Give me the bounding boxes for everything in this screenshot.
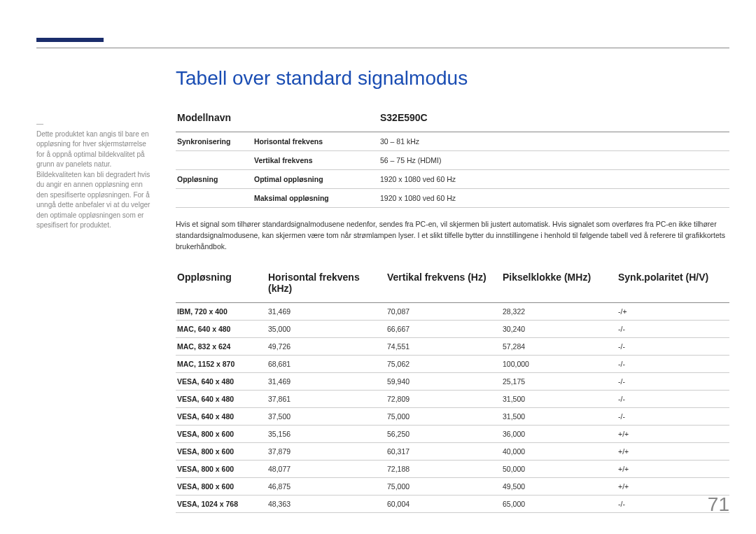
signal-row: IBM, 720 x 40031,46970,08728,322-/+: [176, 303, 729, 321]
signal-vfreq: 75,062: [386, 356, 501, 373]
signal-row: VESA, 800 x 60037,87960,31740,000+/+: [176, 443, 729, 461]
description-paragraph: Hvis et signal som tilhører standardsign…: [176, 219, 729, 252]
signal-resolution: VESA, 800 x 600: [176, 461, 267, 478]
signal-row: MAC, 640 x 48035,00066,66730,240-/-: [176, 321, 729, 338]
spec-group: [176, 151, 253, 170]
signal-syncpolarity: -/-: [617, 356, 729, 373]
signal-vfreq: 56,250: [386, 426, 501, 443]
signal-resolution: MAC, 832 x 624: [176, 338, 267, 356]
signal-resolution: VESA, 800 x 600: [176, 443, 267, 461]
signal-syncpolarity: -/-: [617, 391, 729, 408]
signal-resolution: IBM, 720 x 400: [176, 303, 267, 321]
signal-pixelclock: 49,500: [501, 478, 617, 496]
signal-pixelclock: 31,500: [501, 391, 617, 408]
signal-hfreq: 37,500: [267, 408, 386, 426]
spec-row: Oppløsning Optimal oppløsning 1920 x 108…: [176, 170, 729, 189]
signal-pixelclock: 36,000: [501, 426, 617, 443]
signal-hfreq: 48,363: [267, 496, 386, 513]
signal-pixelclock: 31,500: [501, 408, 617, 426]
spec-group: Synkronisering: [176, 132, 253, 151]
signal-hfreq: 35,000: [267, 321, 386, 338]
signal-vfreq: 66,667: [386, 321, 501, 338]
spec-label: Maksimal oppløsning: [253, 189, 379, 208]
signal-row: VESA, 640 x 48031,46959,94025,175-/-: [176, 373, 729, 391]
page-title: Tabell over standard signalmodus: [176, 67, 468, 90]
spec-label: Vertikal frekvens: [253, 151, 379, 170]
signal-row: VESA, 800 x 60046,87575,00049,500+/+: [176, 478, 729, 496]
spec-group: Oppløsning: [176, 170, 253, 189]
spec-row: Maksimal oppløsning 1920 x 1080 ved 60 H…: [176, 189, 729, 208]
spec-label: Horisontal frekvens: [253, 132, 379, 151]
signal-syncpolarity: -/-: [617, 321, 729, 338]
page-number: 71: [708, 493, 729, 516]
signal-vfreq: 70,087: [386, 303, 501, 321]
signal-row: VESA, 640 x 48037,86172,80931,500-/-: [176, 391, 729, 408]
signal-resolution: VESA, 640 x 480: [176, 373, 267, 391]
header-accent-bar: [36, 38, 104, 42]
signal-hfreq: 35,156: [267, 426, 386, 443]
signal-syncpolarity: +/+: [617, 443, 729, 461]
signal-resolution: VESA, 1024 x 768: [176, 496, 267, 513]
signal-row: VESA, 800 x 60048,07772,18850,000+/+: [176, 461, 729, 478]
signal-syncpolarity: -/-: [617, 373, 729, 391]
signal-resolution: VESA, 800 x 600: [176, 426, 267, 443]
signal-resolution: VESA, 640 x 480: [176, 391, 267, 408]
spec-value: 30 – 81 kHz: [379, 132, 729, 151]
signal-pixelclock: 65,000: [501, 496, 617, 513]
signal-syncpolarity: +/+: [617, 426, 729, 443]
signal-hfreq: 49,726: [267, 338, 386, 356]
signal-vfreq: 60,317: [386, 443, 501, 461]
top-divider: [36, 48, 729, 48]
signal-header-pixelclock: Pikselklokke (MHz): [501, 265, 617, 303]
page-container: Tabell over standard signalmodus ― Dette…: [0, 0, 756, 534]
signal-hfreq: 48,077: [267, 461, 386, 478]
signal-vfreq: 75,000: [386, 478, 501, 496]
signal-vfreq: 59,940: [386, 373, 501, 391]
signal-hfreq: 46,875: [267, 478, 386, 496]
signal-resolution: MAC, 1152 x 870: [176, 356, 267, 373]
signal-syncpolarity: -/-: [617, 338, 729, 356]
side-note: ― Dette produktet kan angis til bare en …: [36, 119, 164, 231]
signal-pixelclock: 30,240: [501, 321, 617, 338]
sidenote-dash: ―: [36, 119, 43, 129]
spec-value: 1920 x 1080 ved 60 Hz: [379, 170, 729, 189]
signal-row: MAC, 1152 x 87068,68175,062100,000-/-: [176, 356, 729, 373]
spec-row: Synkronisering Horisontal frekvens 30 – …: [176, 132, 729, 151]
signal-pixelclock: 50,000: [501, 461, 617, 478]
signal-hfreq: 68,681: [267, 356, 386, 373]
signal-resolution: VESA, 640 x 480: [176, 408, 267, 426]
signal-pixelclock: 100,000: [501, 356, 617, 373]
signal-pixelclock: 25,175: [501, 373, 617, 391]
spec-header-modelname: Modellnavn: [176, 105, 379, 132]
signal-mode-table: Oppløsning Horisontal frekvens (kHz) Ver…: [176, 265, 729, 513]
spec-label: Optimal oppløsning: [253, 170, 379, 189]
signal-header-resolution: Oppløsning: [176, 265, 267, 303]
signal-pixelclock: 40,000: [501, 443, 617, 461]
signal-header-vfreq: Vertikal frekvens (Hz): [386, 265, 501, 303]
spec-value: 1920 x 1080 ved 60 Hz: [379, 189, 729, 208]
signal-resolution: VESA, 800 x 600: [176, 478, 267, 496]
signal-pixelclock: 28,322: [501, 303, 617, 321]
signal-syncpolarity: +/+: [617, 478, 729, 496]
signal-vfreq: 60,004: [386, 496, 501, 513]
signal-row: VESA, 640 x 48037,50075,00031,500-/-: [176, 408, 729, 426]
signal-row: VESA, 800 x 60035,15656,25036,000+/+: [176, 426, 729, 443]
signal-vfreq: 72,809: [386, 391, 501, 408]
signal-hfreq: 37,861: [267, 391, 386, 408]
sidenote-text: Dette produktet kan angis til bare en op…: [36, 129, 155, 231]
content-area: Modellnavn S32E590C Synkronisering Horis…: [176, 105, 729, 513]
spec-value: 56 – 75 Hz (HDMI): [379, 151, 729, 170]
spec-header-modelvalue: S32E590C: [379, 105, 729, 132]
signal-header-sync: Synk.polaritet (H/V): [617, 265, 729, 303]
spec-group: [176, 189, 253, 208]
signal-vfreq: 72,188: [386, 461, 501, 478]
spec-row: Vertikal frekvens 56 – 75 Hz (HDMI): [176, 151, 729, 170]
signal-row: VESA, 1024 x 76848,36360,00465,000-/-: [176, 496, 729, 513]
signal-vfreq: 74,551: [386, 338, 501, 356]
signal-row: MAC, 832 x 62449,72674,55157,284-/-: [176, 338, 729, 356]
signal-syncpolarity: -/+: [617, 303, 729, 321]
signal-hfreq: 37,879: [267, 443, 386, 461]
signal-resolution: MAC, 640 x 480: [176, 321, 267, 338]
signal-hfreq: 31,469: [267, 373, 386, 391]
signal-vfreq: 75,000: [386, 408, 501, 426]
